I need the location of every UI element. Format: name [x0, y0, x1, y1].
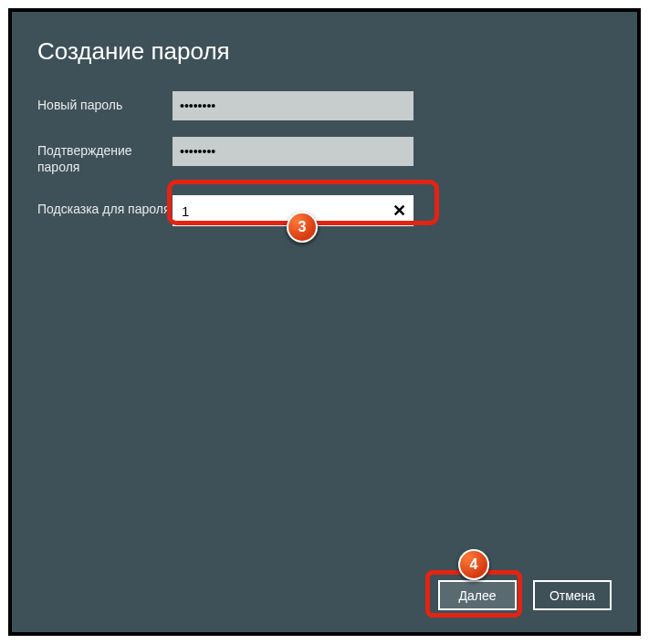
cancel-button[interactable]: Отмена: [533, 580, 612, 610]
page-title: Создание пароля: [37, 37, 612, 66]
row-password-hint: Подсказка для пароля ✕: [37, 195, 612, 226]
label-new-password: Новый пароль: [37, 91, 173, 113]
annotation-badge-4: 4: [458, 549, 489, 580]
label-password-hint: Подсказка для пароля: [37, 195, 173, 217]
password-hint-input[interactable]: [173, 195, 413, 226]
label-confirm-password: Подтверждение пароля: [37, 137, 173, 175]
create-password-panel: Создание пароля Новый пароль Подтвержден…: [8, 8, 641, 636]
new-password-input[interactable]: [173, 91, 413, 120]
close-icon[interactable]: ✕: [393, 203, 406, 219]
confirm-password-input[interactable]: [173, 137, 413, 166]
footer-buttons: Далее Отмена: [438, 580, 612, 610]
row-confirm-password: Подтверждение пароля: [37, 137, 612, 175]
next-button[interactable]: Далее: [438, 580, 517, 610]
row-new-password: Новый пароль: [37, 91, 612, 120]
